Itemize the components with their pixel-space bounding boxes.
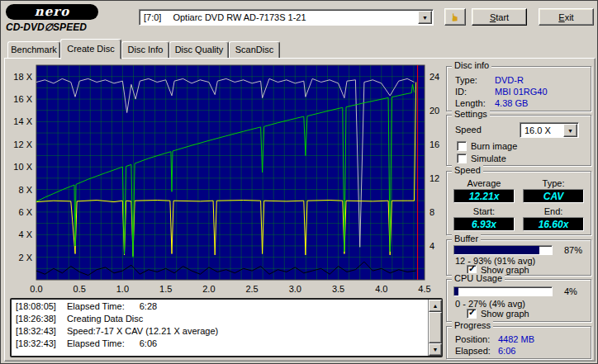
disc-length-label: Length: (455, 98, 486, 108)
speed-select[interactable]: 16.0 X ▼ (520, 122, 579, 138)
cpu-bar-fill (454, 287, 458, 295)
log-text: Speed:7-17 X CAV (12.21 X average) (67, 326, 218, 336)
scroll-up-button[interactable]: ▲ (429, 300, 442, 312)
speed-type-value: CAV (523, 189, 584, 203)
log-row: [18:32:43]Speed:7-17 X CAV (12.21 X aver… (12, 325, 427, 338)
tab-create-disc[interactable]: Create Disc (60, 39, 121, 59)
hand-icon: ☛ (448, 12, 463, 22)
cpu-usage-group: CPU Usage 4% 0 - 27% (4% avg) Show graph (446, 279, 591, 322)
start-speed-label: Start: (453, 206, 515, 216)
disc-type-value: DVD-R (495, 75, 524, 85)
log-value: 6:06 (140, 338, 157, 348)
svg-text:4: 4 (430, 241, 434, 251)
speed-group: Speed Average Type: 12.21x CAV Start: En… (446, 171, 591, 235)
position-value: 4482 MB (498, 334, 534, 344)
type-label: Type: (523, 178, 584, 188)
svg-text:12: 12 (430, 173, 439, 183)
end-speed-value: 16.60x (523, 217, 584, 231)
disc-info-title: Disc info (452, 60, 491, 70)
disc-id-value: MBI 01RG40 (495, 87, 548, 97)
svg-text:3.5: 3.5 (332, 284, 344, 294)
app-window: nero CD-DVD∅SPEED [7:0]Optiarc DVD RW AD… (0, 0, 598, 364)
svg-text:2.0: 2.0 (202, 284, 215, 294)
log-panel: [18:08:05]Elapsed Time:6:28 [18:26:38]Cr… (10, 298, 443, 357)
cpu-range: 0 - 27% (4% avg) (455, 299, 525, 309)
cpu-show-graph-label: Show graph (481, 309, 529, 319)
tab-benchmark[interactable]: Benchmark (7, 41, 60, 59)
start-speed-value: 6.93x (453, 217, 515, 231)
svg-text:4.0: 4.0 (375, 284, 387, 294)
settings-group: Settings Speed 16.0 X ▼ Burn image Simul… (446, 115, 591, 166)
progress-group: Progress Position:4482 MB Elapsed:6:06 (446, 326, 591, 359)
tab-disc-info[interactable]: Disc Info (121, 41, 169, 59)
speed-select-value: 16.0 X (520, 125, 563, 135)
log-row: [18:26:38]Creating Data Disc (12, 313, 427, 325)
svg-text:0.5: 0.5 (74, 284, 86, 294)
log-text: Creating Data Disc (67, 314, 143, 324)
drive-select-value: [7:0]Optiarc DVD RW AD-7173S 1-21 (140, 12, 418, 22)
log-row: [18:08:05]Elapsed Time:6:28 (12, 300, 427, 313)
log-row: [18:32:43]Elapsed Time:6:06 (12, 338, 427, 350)
exit-button-label: Exit (558, 10, 573, 25)
buffer-percent: 87% (564, 245, 582, 255)
average-speed-value: 12.21x (453, 189, 515, 203)
simulate-checkbox[interactable] (457, 154, 467, 163)
drive-bus-id: [7:0] (144, 12, 161, 22)
exit-button[interactable]: Exit (539, 8, 594, 26)
speed-select-dropdown-button[interactable]: ▼ (563, 124, 577, 137)
log-list[interactable]: [18:08:05]Elapsed Time:6:28 [18:26:38]Cr… (12, 300, 427, 355)
svg-text:10 X: 10 X (13, 162, 32, 172)
svg-text:8: 8 (430, 207, 434, 217)
log-text: Elapsed Time: (67, 301, 125, 311)
eject-button[interactable]: ☛ (444, 8, 466, 26)
cpu-bar (453, 286, 553, 296)
cpu-show-graph-checkbox[interactable] (467, 309, 477, 319)
burn-image-checkbox[interactable] (457, 141, 467, 151)
chevron-down-icon: ▼ (422, 15, 428, 21)
arrow-up-icon: ▲ (433, 303, 439, 309)
log-time: [18:32:43] (16, 338, 67, 350)
svg-text:24: 24 (430, 72, 439, 82)
scrollbar-thumb[interactable] (429, 312, 442, 343)
drive-select[interactable]: [7:0]Optiarc DVD RW AD-7173S 1-21 ▼ (139, 9, 434, 26)
simulate-label: Simulate (471, 154, 506, 163)
tab-scandisc[interactable]: ScanDisc (229, 41, 280, 59)
arrow-down-icon: ▼ (433, 347, 439, 352)
start-button[interactable]: Start (472, 8, 527, 26)
svg-text:2.5: 2.5 (245, 284, 258, 294)
elapsed-label: Elapsed: (455, 346, 491, 356)
start-button-label: Start (490, 10, 509, 25)
svg-text:4.5: 4.5 (418, 284, 430, 294)
log-scrollbar[interactable]: ▲ ▼ (428, 300, 441, 356)
svg-text:16 X: 16 X (13, 94, 32, 104)
nero-logo: nero (6, 4, 98, 20)
buffer-bar (453, 245, 553, 255)
svg-text:12 X: 12 X (13, 139, 32, 149)
svg-text:1.5: 1.5 (159, 284, 172, 294)
disc-info-group: Disc info Type:DVD-R ID:MBI 01RG40 Lengt… (446, 66, 591, 111)
tab-disc-quality[interactable]: Disc Quality (169, 41, 229, 59)
svg-text:4 X: 4 X (18, 229, 32, 239)
drive-name: Optiarc DVD RW AD-7173S 1-21 (173, 12, 306, 22)
progress-group-title: Progress (452, 320, 493, 330)
drive-select-dropdown-button[interactable]: ▼ (418, 11, 432, 24)
speed-chart: 2 X4 X6 X8 X10 X12 X14 X16 X18 X48121620… (7, 60, 444, 298)
svg-text:1.0: 1.0 (116, 284, 129, 294)
svg-text:8 X: 8 X (18, 185, 32, 195)
log-text: Elapsed Time: (67, 338, 125, 348)
scroll-down-button[interactable]: ▼ (429, 343, 442, 356)
disc-id-label: ID: (455, 87, 467, 97)
settings-title: Settings (452, 109, 490, 119)
buffer-group-title: Buffer (452, 234, 481, 243)
svg-text:2 X: 2 X (18, 253, 32, 262)
speed-group-title: Speed (452, 165, 483, 175)
speed-setting-label: Speed (455, 125, 482, 135)
svg-text:18 X: 18 X (13, 72, 32, 82)
elapsed-value: 6:06 (498, 346, 515, 356)
position-label: Position: (455, 334, 490, 344)
svg-text:16: 16 (430, 139, 439, 149)
svg-text:20: 20 (430, 106, 439, 116)
burn-image-label: Burn image (471, 141, 517, 151)
log-time: [18:32:43] (16, 325, 67, 338)
svg-text:6 X: 6 X (18, 207, 32, 217)
